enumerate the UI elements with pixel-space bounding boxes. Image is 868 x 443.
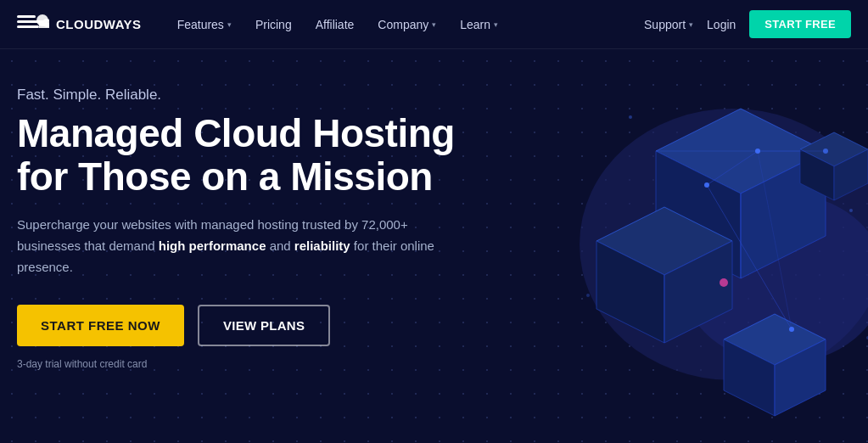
hero-graphic (461, 49, 868, 443)
svg-point-27 (704, 182, 709, 188)
nav-links: Features ▾ Pricing Affiliate Company ▾ L… (167, 11, 644, 38)
chevron-down-icon: ▾ (227, 20, 232, 29)
hero-content: Fast. Simple. Reliable. Managed Cloud Ho… (17, 87, 492, 370)
svg-point-35 (586, 294, 590, 297)
svg-point-31 (720, 278, 728, 287)
chevron-down-icon: ▾ (494, 20, 498, 29)
hero-title: Managed Cloud Hosting for Those on a Mis… (17, 112, 492, 198)
chevron-down-icon: ▾ (689, 20, 693, 29)
hero-tagline: Fast. Simple. Reliable. (17, 87, 492, 104)
nav-start-free-button[interactable]: START FREE (749, 10, 851, 38)
svg-point-28 (755, 149, 760, 154)
nav-login[interactable]: Login (707, 18, 736, 31)
svg-point-29 (823, 149, 828, 154)
view-plans-button[interactable]: VIEW PLANS (198, 305, 330, 346)
nav-support[interactable]: Support ▾ (644, 18, 693, 31)
svg-rect-5 (39, 23, 49, 28)
svg-rect-2 (17, 25, 39, 28)
chevron-down-icon: ▾ (432, 20, 436, 29)
svg-point-33 (849, 209, 853, 212)
hero-buttons: START FREE NOW VIEW PLANS (17, 305, 492, 346)
logo-text: CLOUDWAYS (56, 17, 142, 31)
nav-right: Support ▾ Login START FREE (644, 10, 851, 38)
nav-learn[interactable]: Learn ▾ (450, 11, 508, 38)
svg-rect-0 (17, 15, 36, 18)
nav-features[interactable]: Features ▾ (167, 11, 242, 38)
nav-pricing[interactable]: Pricing (245, 11, 302, 38)
start-free-now-button[interactable]: START FREE NOW (17, 305, 184, 346)
svg-point-30 (789, 327, 794, 332)
nav-affiliate[interactable]: Affiliate (305, 11, 365, 38)
logo[interactable]: CLOUDWAYS (17, 12, 142, 37)
cloudways-logo-icon (17, 12, 49, 37)
nav-company[interactable]: Company ▾ (367, 11, 446, 38)
hero-section: Fast. Simple. Reliable. Managed Cloud Ho… (0, 49, 868, 443)
trial-text: 3-day trial without credit card (17, 358, 492, 370)
navbar: CLOUDWAYS Features ▾ Pricing Affiliate C… (0, 0, 868, 49)
hero-description: Supercharge your websites with managed h… (17, 215, 441, 278)
svg-point-32 (629, 115, 632, 119)
